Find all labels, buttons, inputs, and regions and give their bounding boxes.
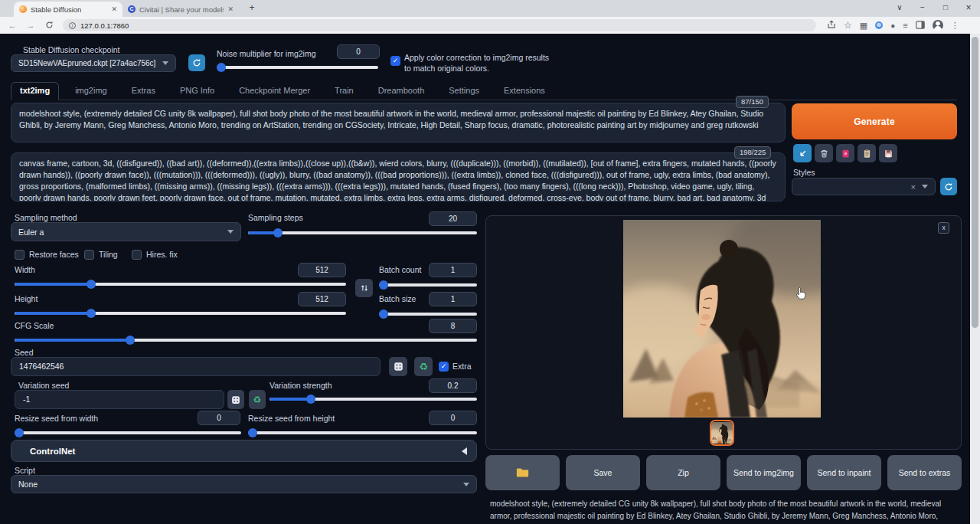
tiling-label: Tiling (99, 250, 118, 259)
resize-seed-width-value[interactable]: 0 (198, 411, 240, 425)
variation-strength-slider[interactable] (270, 395, 477, 404)
tab-png-info[interactable]: PNG Info (172, 83, 223, 100)
tab-extras[interactable]: Extras (123, 83, 164, 100)
trash-icon (819, 149, 829, 159)
back-icon[interactable]: ← (5, 21, 20, 30)
batch-size-slider[interactable] (379, 309, 477, 319)
tab-close-icon[interactable]: ✕ (227, 5, 234, 13)
noise-multiplier-slider[interactable] (217, 63, 378, 72)
styles-dropdown[interactable]: × (792, 178, 936, 195)
sampling-steps-slider[interactable] (248, 228, 477, 237)
color-correction-checkbox[interactable]: ✓ (390, 56, 400, 66)
close-button[interactable]: × (957, 0, 980, 17)
script-dropdown[interactable]: None (11, 475, 477, 493)
tab-extensions[interactable]: Extensions (495, 83, 554, 100)
reading-list-icon[interactable]: ≡ (903, 21, 907, 30)
extension-blue-icon[interactable] (875, 21, 883, 29)
tiling-checkbox[interactable] (84, 250, 94, 260)
width-slider[interactable] (15, 280, 346, 289)
send-to-inpaint-button[interactable]: Send to inpaint (807, 455, 881, 490)
extra-networks-button[interactable] (836, 144, 854, 162)
extra-seed-label: Extra (452, 362, 472, 371)
negative-prompt-token-counter: 198/225 (734, 146, 771, 159)
seed-input[interactable]: 1476462546 (11, 357, 381, 376)
hires-fix-checkbox[interactable] (132, 250, 142, 260)
zip-button[interactable]: Zip (646, 455, 720, 490)
sampling-method-dropdown[interactable]: Euler a (11, 222, 241, 241)
checkpoint-dropdown[interactable]: SD15NewVAEpruned.ckpt [27a4ac756c] (11, 54, 176, 72)
height-slider[interactable] (15, 309, 346, 318)
sampling-method-value: Euler a (18, 228, 221, 237)
resize-seed-width-slider[interactable] (15, 428, 241, 437)
clear-prompt-button[interactable] (815, 144, 833, 162)
save-style-button[interactable] (879, 144, 897, 162)
prompt-textarea[interactable]: modelshoot style, (extremely detailed CG… (11, 103, 786, 142)
browser-tab-civitai[interactable]: C Civitai | Share your models ✕ (122, 2, 239, 17)
bookmark-star-icon[interactable]: ☆ (844, 20, 852, 31)
cfg-scale-value[interactable]: 8 (429, 319, 477, 333)
random-seed-button[interactable] (389, 357, 407, 376)
profile-avatar[interactable] (933, 20, 943, 31)
variation-reuse-seed-button[interactable]: ♻ (249, 390, 266, 409)
paste-generation-params-button[interactable] (793, 144, 812, 162)
tab-train[interactable]: Train (326, 83, 362, 100)
chevron-down-icon[interactable]: ∨ (888, 0, 911, 17)
open-folder-button[interactable] (485, 455, 560, 490)
checkpoint-refresh-button[interactable] (188, 54, 205, 71)
negative-prompt-textarea[interactable]: canvas frame, cartoon, 3d, ((disfigured)… (11, 152, 786, 201)
variation-seed-input[interactable]: -1 (15, 390, 224, 409)
noise-multiplier-value[interactable]: 0 (337, 44, 380, 59)
site-info-icon[interactable]: i (69, 22, 76, 29)
reuse-seed-button[interactable]: ♻ (414, 357, 433, 376)
height-value[interactable]: 512 (298, 292, 346, 306)
styles-refresh-button[interactable] (940, 178, 957, 195)
send-to-extras-button[interactable]: Send to extras (887, 455, 962, 490)
variation-strength-value[interactable]: 0.2 (429, 378, 477, 393)
minimize-button[interactable]: − (911, 0, 934, 17)
seed-label: Seed (15, 348, 34, 357)
tab-settings[interactable]: Settings (440, 83, 488, 100)
maximize-button[interactable]: □ (934, 0, 957, 17)
scrollbar-thumb[interactable] (972, 37, 978, 328)
restore-faces-checkbox[interactable] (15, 250, 24, 260)
menu-kebab-icon[interactable]: ⋮ (951, 21, 959, 31)
swap-width-height-button[interactable] (355, 279, 373, 297)
extra-seed-checkbox[interactable]: ✓ (439, 362, 449, 372)
clear-icon[interactable]: × (911, 182, 916, 192)
send-to-img2img-button[interactable]: Send to img2img (727, 455, 801, 490)
width-value[interactable]: 512 (298, 263, 346, 277)
controlnet-accordion[interactable]: ControlNet (11, 440, 477, 462)
extension-dark-icon[interactable]: ● (890, 21, 895, 30)
tab-close-icon[interactable]: ✕ (111, 5, 117, 13)
browser-tab-stable-diffusion[interactable]: Stable Diffusion ✕ (14, 2, 122, 17)
page-scrollbar[interactable] (970, 34, 980, 524)
tab-checkpoint-merger[interactable]: Checkpoint Merger (230, 83, 318, 100)
cfg-scale-slider[interactable] (15, 336, 477, 345)
resize-seed-height-slider[interactable] (248, 428, 477, 437)
generated-image[interactable] (623, 220, 821, 418)
forward-icon[interactable]: → (23, 21, 38, 30)
side-panel-icon[interactable] (916, 18, 925, 32)
reload-icon[interactable] (41, 21, 57, 31)
script-label: Script (15, 466, 35, 475)
gallery-close-button[interactable]: x (938, 222, 949, 234)
generate-button[interactable]: Generate (792, 103, 957, 139)
variation-random-seed-button[interactable] (227, 390, 244, 409)
resize-seed-height-value[interactable]: 0 (429, 411, 477, 425)
extension-grid-icon[interactable]: ▦ (860, 21, 867, 31)
batch-count-slider[interactable] (379, 280, 477, 290)
gallery-thumbnail[interactable] (710, 420, 734, 446)
share-icon[interactable] (827, 18, 836, 32)
batch-count-value[interactable]: 1 (429, 263, 477, 277)
tab-txt2img[interactable]: txt2img (11, 82, 59, 100)
batch-size-value[interactable]: 1 (429, 292, 477, 306)
sampling-steps-value[interactable]: 20 (429, 211, 477, 226)
dice-icon (394, 362, 403, 372)
new-tab-button[interactable]: + (243, 2, 260, 15)
address-bar[interactable]: i 127.0.0.1:7860 (63, 19, 816, 31)
height-label: Height (15, 294, 38, 303)
tab-img2img[interactable]: img2img (67, 83, 116, 100)
apply-styles-button[interactable] (858, 144, 876, 162)
save-button[interactable]: Save (566, 455, 640, 490)
tab-dreambooth[interactable]: Dreambooth (370, 83, 433, 100)
